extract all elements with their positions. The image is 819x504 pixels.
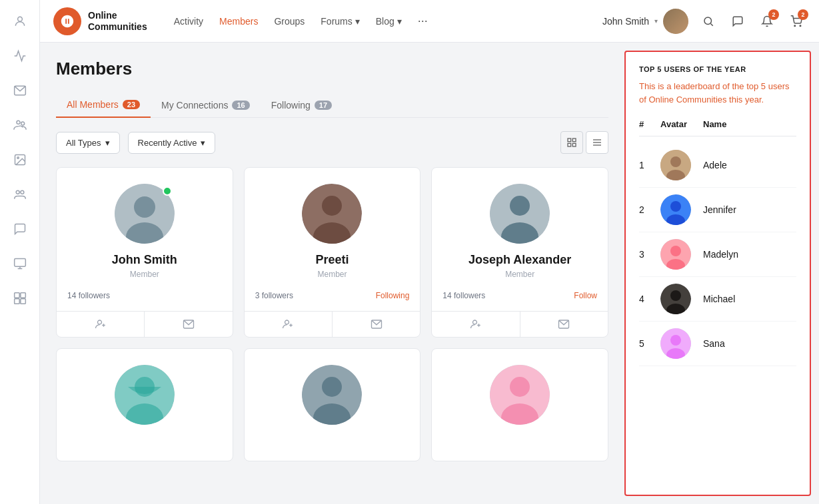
rank-1: 1 — [639, 160, 655, 170]
nav-more[interactable]: ··· — [418, 14, 428, 28]
john-smith-role: Member — [130, 270, 159, 279]
user-menu[interactable]: John Smith ▾ — [602, 9, 688, 34]
leaderboard-header: # Avatar Name — [639, 119, 796, 136]
tab-my-connections[interactable]: My Connections 16 — [151, 93, 261, 117]
svg-point-7 — [20, 190, 23, 194]
user-avatar — [663, 9, 688, 34]
f2-avatar — [302, 365, 362, 425]
svg-point-27 — [134, 196, 155, 218]
all-members-badge: 23 — [123, 100, 140, 109]
preeti-following-button[interactable]: Following — [376, 291, 410, 300]
logo[interactable]: Online Communities — [53, 7, 147, 35]
following-badge: 17 — [315, 101, 332, 110]
svg-rect-11 — [14, 293, 19, 298]
jennifer-name: Jennifer — [703, 204, 796, 215]
svg-point-0 — [17, 17, 22, 21]
joseph-message-button[interactable] — [520, 312, 608, 337]
joseph-avatar — [490, 184, 550, 244]
member-card-f2 — [244, 348, 421, 461]
jennifer-avatar — [660, 194, 691, 225]
tab-following[interactable]: Following 17 — [261, 93, 343, 117]
madelyn-name: Madelyn — [703, 249, 796, 260]
leaderboard-row-1[interactable]: 1 Adele — [639, 143, 796, 188]
tabs: All Members 23 My Connections 16 Followi… — [56, 93, 608, 118]
sidebar-icon-image[interactable] — [9, 149, 31, 170]
svg-point-41 — [510, 196, 530, 216]
svg-point-43 — [472, 320, 476, 324]
svg-point-63 — [670, 246, 681, 256]
preeti-role: Member — [317, 270, 347, 279]
svg-point-34 — [322, 196, 342, 216]
member-card-preeti: Preeti Member 3 followers Following — [244, 167, 421, 338]
nav-members[interactable]: Members — [219, 16, 258, 27]
leaderboard-row-5[interactable]: 5 Sana — [639, 322, 796, 366]
members-section: Members All Members 23 My Connections 16… — [40, 43, 624, 504]
svg-point-6 — [16, 190, 19, 194]
f1-avatar-wrap — [115, 365, 175, 425]
header-name: Name — [703, 119, 796, 129]
member-card-john-smith: John Smith Member 14 followers — [56, 167, 233, 338]
sidebar-icon-person[interactable] — [9, 11, 31, 32]
joseph-followers: 14 followers — [442, 291, 485, 300]
joseph-avatar-wrap — [490, 184, 550, 244]
preeti-avatar-wrap — [302, 184, 362, 244]
sidebar-icon-widget[interactable] — [9, 288, 31, 309]
sidebar-icon-screen[interactable] — [9, 253, 31, 274]
joseph-role: Member — [505, 270, 534, 279]
john-smith-add-friend-button[interactable] — [57, 312, 145, 337]
nav-right: John Smith ▾ — [602, 9, 806, 34]
rank-3: 3 — [639, 249, 655, 260]
nav-forums[interactable]: Forums ▾ — [321, 16, 359, 27]
sidebar-icon-chat[interactable] — [9, 218, 31, 240]
sidebar-icon-people[interactable] — [9, 184, 31, 205]
svg-rect-22 — [572, 143, 576, 146]
sana-avatar — [660, 328, 691, 359]
leaderboard-row-4[interactable]: 4 Michael — [639, 277, 796, 322]
cart-icon[interactable]: 2 — [787, 12, 806, 31]
svg-rect-21 — [568, 143, 571, 146]
type-filter[interactable]: All Types ▾ — [56, 132, 120, 154]
leaderboard-sidebar: TOP 5 USERS OF THE YEAR This is a leader… — [624, 51, 811, 496]
notifications-icon[interactable]: 2 — [758, 12, 776, 31]
sidebar-icon-mail[interactable] — [9, 80, 31, 101]
logo-line1: Online — [88, 10, 147, 21]
svg-point-2 — [17, 121, 20, 124]
f3-avatar — [490, 365, 550, 425]
list-view-button[interactable] — [586, 131, 608, 154]
preeti-add-friend-button[interactable] — [245, 312, 333, 337]
header-avatar: Avatar — [660, 119, 698, 129]
filters-row: All Types ▾ Recently Active ▾ — [56, 131, 608, 154]
search-icon[interactable] — [699, 12, 718, 31]
grid-view-button[interactable] — [560, 131, 583, 154]
page-title: Members — [56, 59, 608, 79]
preeti-message-button[interactable] — [333, 312, 420, 337]
rank-4: 4 — [639, 294, 655, 304]
joseph-actions — [432, 311, 608, 337]
john-smith-avatar-wrap — [115, 184, 175, 244]
svg-rect-19 — [568, 138, 571, 142]
joseph-add-friend-button[interactable] — [432, 312, 520, 337]
nav-blog[interactable]: Blog ▾ — [376, 16, 402, 27]
leaderboard-row-2[interactable]: 2 Jennifer — [639, 188, 796, 232]
user-chevron-icon: ▾ — [654, 17, 658, 25]
view-toggles — [560, 131, 608, 154]
sort-filter[interactable]: Recently Active ▾ — [128, 132, 216, 154]
nav-activity[interactable]: Activity — [174, 16, 203, 27]
svg-point-18 — [800, 25, 801, 27]
john-smith-message-button[interactable] — [145, 312, 232, 337]
messages-icon[interactable] — [728, 12, 747, 31]
svg-rect-8 — [14, 259, 25, 267]
leaderboard-table: # Avatar Name 1 — [639, 119, 796, 366]
sidebar-icon-activity[interactable] — [9, 45, 31, 67]
joseph-name: Joseph Alexander — [468, 253, 571, 267]
rank-2: 2 — [639, 204, 655, 215]
leaderboard-row-3[interactable]: 3 Madelyn — [639, 232, 796, 277]
sidebar-icon-group[interactable] — [9, 115, 31, 136]
michael-avatar — [660, 284, 691, 314]
tab-all-members[interactable]: All Members 23 — [56, 93, 151, 118]
joseph-follow-button[interactable]: Follow — [574, 291, 597, 300]
nav-groups[interactable]: Groups — [274, 16, 305, 27]
online-indicator — [163, 186, 172, 196]
logo-icon — [53, 7, 81, 35]
member-card-f3 — [431, 348, 608, 461]
